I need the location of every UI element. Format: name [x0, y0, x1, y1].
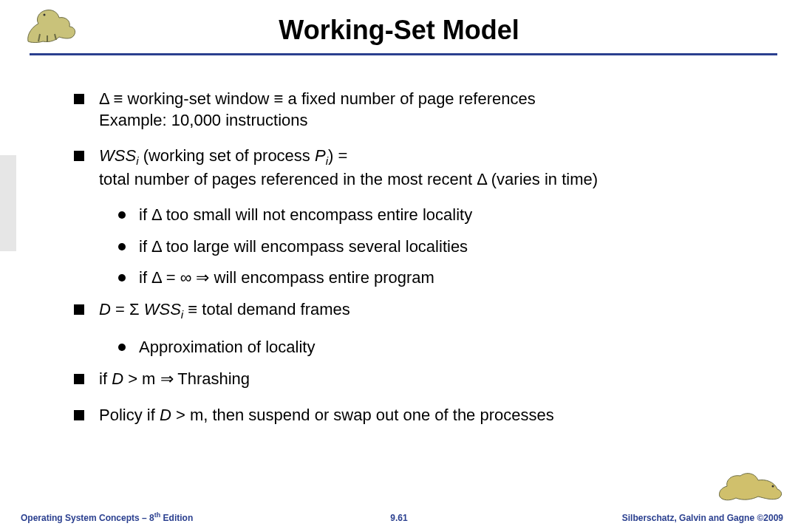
wss-symbol: WSS	[144, 300, 181, 318]
bullet-text: D = Σ WSSi ≡ total demand frames	[99, 299, 754, 322]
dot-bullet-icon	[118, 211, 126, 219]
text: ) =	[328, 146, 347, 165]
dinosaur-icon	[717, 467, 785, 504]
title-rule	[30, 53, 777, 55]
d-symbol: D	[160, 406, 171, 424]
bullet-thrashing: if D > m ⇒ Thrashing	[74, 369, 754, 390]
bullet-text: Policy if D > m, then suspend or swap ou…	[99, 405, 754, 426]
footer: Operating System Concepts – 8th Edition …	[0, 508, 798, 523]
pi-symbol: P	[315, 146, 326, 165]
dot-bullet-icon	[118, 243, 126, 250]
footer-copyright: Silberschatz, Galvin and Gagne ©2009	[622, 513, 783, 523]
square-bullet-icon	[74, 151, 84, 161]
subbullet-delta-large: if Δ too large will encompass several lo…	[118, 236, 754, 258]
text: > m ⇒ Thrashing	[123, 369, 250, 388]
bullet-text: WSSi (working set of process Pi) = total…	[99, 146, 754, 190]
square-bullet-icon	[74, 304, 84, 315]
text: Policy if	[99, 406, 160, 424]
d-symbol: D	[112, 369, 123, 388]
bullet-text: Approximation of locality	[139, 337, 754, 358]
slide-title: Working-Set Model	[0, 15, 798, 46]
subbullet-approximation: Approximation of locality	[118, 337, 754, 358]
bullet-text: if D > m ⇒ Thrashing	[99, 369, 754, 390]
dot-bullet-icon	[118, 344, 126, 351]
subbullet-delta-small: if Δ too small will not encompass entire…	[118, 205, 754, 226]
bullet-text: if Δ = ∞ ⇒ will encompass entire program	[139, 267, 754, 289]
square-bullet-icon	[74, 410, 84, 420]
text: > m, then suspend or swap out one of the…	[171, 406, 554, 424]
bullet-delta-definition: Δ ≡ working-set window ≡ a fixed number …	[74, 89, 754, 131]
bullet-wss-definition: WSSi (working set of process Pi) = total…	[74, 146, 754, 190]
text: (working set of process	[139, 146, 315, 165]
bullet-policy: Policy if D > m, then suspend or swap ou…	[74, 405, 754, 426]
text: if	[99, 369, 112, 388]
text: = Σ	[111, 300, 144, 318]
gutter-stripe	[0, 155, 16, 251]
square-bullet-icon	[74, 94, 84, 104]
wss-symbol: WSS	[99, 146, 136, 165]
bullet-text: Δ ≡ working-set window ≡ a fixed number …	[99, 89, 754, 131]
line: total number of pages referenced in the …	[99, 170, 598, 188]
square-bullet-icon	[74, 374, 84, 384]
left-gutter	[0, 0, 18, 532]
slide: Working-Set Model Δ ≡ working-set window…	[0, 0, 798, 532]
d-symbol: D	[99, 300, 111, 318]
dot-bullet-icon	[118, 274, 126, 282]
slide-content: Δ ≡ working-set window ≡ a fixed number …	[74, 89, 754, 440]
subbullet-delta-infinite: if Δ = ∞ ⇒ will encompass entire program	[118, 267, 754, 289]
svg-point-1	[772, 485, 774, 488]
line: Example: 10,000 instructions	[99, 111, 308, 129]
bullet-text: if Δ too large will encompass several lo…	[139, 236, 754, 258]
line: Δ ≡ working-set window ≡ a fixed number …	[99, 89, 536, 108]
bullet-text: if Δ too small will not encompass entire…	[139, 205, 754, 226]
bullet-d-total-demand: D = Σ WSSi ≡ total demand frames	[74, 299, 754, 322]
text: ≡ total demand frames	[183, 300, 350, 318]
